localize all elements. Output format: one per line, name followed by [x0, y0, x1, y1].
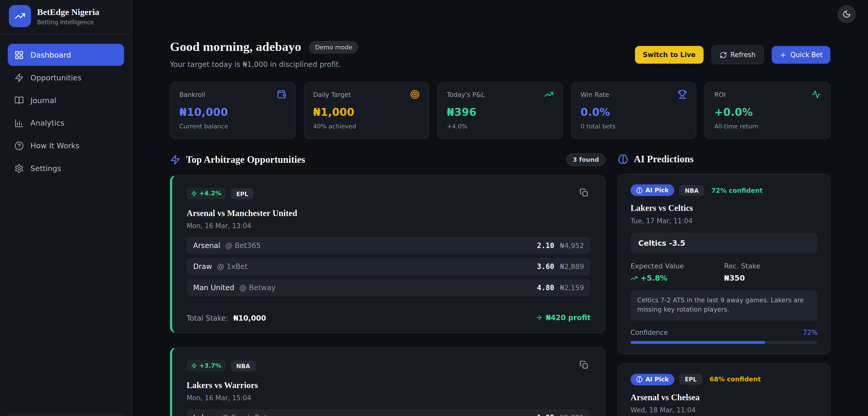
confidence-percent: 72%	[803, 329, 817, 336]
leg-bookmaker: @ SportyBet	[222, 414, 267, 416]
zap-icon	[191, 190, 197, 197]
confidence-label: Confidence	[630, 329, 668, 336]
book-open-icon	[14, 96, 24, 105]
match-datetime: Mon, 16 Mar, 13:04	[187, 222, 591, 230]
ai-pick-badge: AI Pick	[630, 184, 675, 196]
arbitrage-section: Top Arbitrage Opportunities 3 found +4.2…	[170, 153, 606, 416]
sidebar-item-settings[interactable]: Settings	[8, 157, 124, 180]
theme-toggle-button[interactable]	[838, 5, 856, 23]
arb-leg-row: Lakers @ SportyBet 1.95 ₦5,321	[187, 409, 591, 416]
arb-leg-row: Arsenal @ Bet365 2.10 ₦4,952	[187, 237, 591, 254]
brain-icon	[636, 376, 643, 383]
leg-stake: ₦2,889	[560, 263, 584, 271]
stat-card-daily-target: Daily Target ₦1,000 40% achieved	[304, 82, 429, 139]
refresh-icon	[719, 51, 727, 58]
sidebar-item-how-it-works[interactable]: How It Works	[8, 135, 124, 157]
stat-label: Win Rate	[581, 90, 609, 98]
confidence-text: 68% confident	[709, 376, 761, 383]
brand-subtitle: Betting Intelligence	[37, 19, 99, 25]
profit-value: ₦420 profit	[546, 314, 591, 322]
ai-pick-badge: AI Pick	[630, 374, 675, 385]
activity-icon	[811, 90, 821, 99]
moon-icon	[842, 10, 851, 18]
pick-box: Celtics -3.5	[630, 233, 817, 254]
sidebar-item-label: Analytics	[30, 119, 64, 127]
page-header: Good morning, adebayo Demo mode Your tar…	[170, 40, 830, 68]
quick-bet-button[interactable]: Quick Bet	[772, 46, 830, 64]
main: Good morning, adebayo Demo mode Your tar…	[132, 0, 868, 416]
copy-icon	[580, 188, 588, 197]
stat-sub: Current balance	[179, 123, 286, 130]
leg-stake: ₦2,159	[560, 284, 584, 292]
stat-value: 0.0%	[581, 106, 687, 118]
stat-sub: All-time return	[714, 123, 821, 130]
help-circle-icon	[14, 141, 24, 150]
sidebar-item-journal[interactable]: Journal	[8, 89, 124, 111]
dashboard-grid-icon	[14, 50, 24, 59]
rec-stake-label: Rec. Stake	[724, 262, 817, 270]
arrow-right-icon	[535, 314, 542, 321]
edge-badge: +3.7%	[187, 360, 226, 372]
leg-odds: 3.60	[537, 263, 554, 271]
gear-icon	[14, 164, 24, 173]
match-title: Lakers vs Celtics	[630, 203, 817, 213]
sidebar-item-label: Settings	[30, 164, 61, 173]
match-title: Arsenal vs Chelsea	[630, 392, 817, 402]
match-datetime: Tue, 17 Mar, 11:04	[630, 217, 817, 225]
section-title-predictions: AI Predictions	[634, 153, 694, 165]
league-badge: NBA	[679, 185, 704, 196]
total-stake-value: ₦10,000	[233, 314, 266, 322]
stats-row: Bankroll ₦10,000 Current balance Daily T…	[170, 82, 830, 139]
sidebar-item-label: Journal	[30, 96, 56, 105]
rec-stake-value: ₦350	[724, 274, 817, 283]
prediction-card: AI Pick EPL 68% confident Arsenal vs Che…	[618, 363, 830, 416]
brand-title: BetEdge Nigeria	[37, 7, 99, 17]
brain-icon	[618, 154, 628, 165]
content: Good morning, adebayo Demo mode Your tar…	[132, 28, 868, 416]
arbitrage-card: +3.7% NBA Lakers vs Warriors Mon, 16 Mar…	[170, 347, 606, 416]
bar-chart-icon	[14, 118, 24, 128]
expected-value-label: Expected Value	[630, 262, 724, 270]
copy-button[interactable]	[578, 358, 591, 373]
refresh-button[interactable]: Refresh	[711, 46, 764, 64]
stat-sub: +4.0%	[447, 123, 554, 130]
plus-icon	[779, 51, 786, 58]
confidence-bar	[630, 341, 817, 344]
page-subtitle: Your target today is ₦1,000 in disciplin…	[170, 60, 359, 69]
stat-value: +0.0%	[714, 106, 821, 118]
leg-selection: Man United	[193, 284, 234, 292]
predictions-section: AI Predictions AI Pick NBA 72% confident	[618, 153, 830, 416]
page-title: Good morning, adebayo	[170, 40, 301, 54]
total-stake-label: Total Stake:	[187, 314, 228, 322]
leg-bookmaker: @ Betway	[240, 284, 276, 292]
sidebar-item-dashboard[interactable]: Dashboard	[8, 44, 124, 66]
app-root: BetEdge Nigeria Betting Intelligence Das…	[0, 0, 868, 416]
zap-icon	[170, 154, 181, 165]
arbitrage-card: +4.2% EPL Arsenal vs Manchester United M…	[170, 175, 606, 333]
found-count-badge: 3 found	[566, 153, 606, 166]
sidebar-item-label: Dashboard	[30, 50, 71, 59]
copy-icon	[580, 360, 588, 369]
sidebar-item-analytics[interactable]: Analytics	[8, 112, 124, 134]
leg-odds: 1.95	[537, 414, 554, 416]
target-icon	[410, 90, 420, 99]
trophy-icon	[678, 90, 687, 99]
brand-logo	[9, 5, 31, 27]
confidence-bar-fill	[630, 341, 765, 344]
stat-value: ₦10,000	[179, 106, 286, 118]
stat-sub: 0 total bets	[581, 123, 687, 130]
trending-up-icon	[14, 10, 26, 22]
copy-button[interactable]	[578, 186, 591, 201]
stat-label: ROI	[714, 90, 726, 98]
switch-to-live-button[interactable]: Switch to Live	[635, 46, 703, 64]
league-badge: EPL	[231, 188, 254, 199]
sidebar-item-opportunities[interactable]: Opportunities	[8, 66, 124, 89]
match-title: Arsenal vs Manchester United	[187, 208, 591, 218]
leg-stake: ₦5,321	[560, 414, 584, 416]
analysis-note: Celtics 7-2 ATS in the last 9 away games…	[630, 290, 817, 320]
leg-stake: ₦4,952	[560, 241, 584, 249]
sidebar: BetEdge Nigeria Betting Intelligence Das…	[0, 0, 132, 416]
stat-value: ₦396	[447, 106, 554, 118]
stat-value: ₦1,000	[313, 106, 420, 118]
section-title-arbitrage: Top Arbitrage Opportunities	[186, 154, 305, 166]
